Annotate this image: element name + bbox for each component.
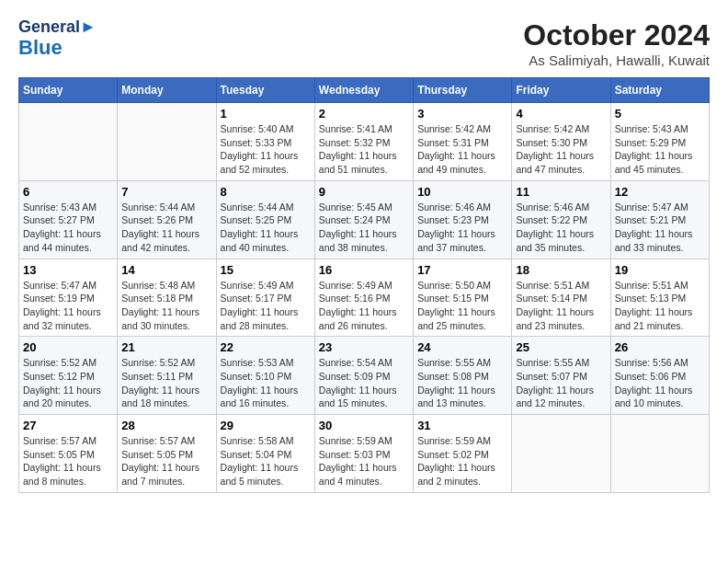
day-info: Sunrise: 5:49 AM Sunset: 5:17 PM Dayligh… — [221, 279, 311, 333]
calendar-cell: 6 Sunrise: 5:43 AM Sunset: 5:27 PM Dayli… — [19, 180, 118, 259]
calendar-header-row: SundayMondayTuesdayWednesdayThursdayFrid… — [19, 78, 710, 103]
day-info: Sunrise: 5:47 AM Sunset: 5:19 PM Dayligh… — [23, 279, 113, 333]
day-number: 14 — [121, 263, 211, 277]
calendar-cell: 31 Sunrise: 5:59 AM Sunset: 5:02 PM Dayl… — [414, 415, 512, 493]
calendar-cell: 18 Sunrise: 5:51 AM Sunset: 5:14 PM Dayl… — [512, 259, 610, 337]
day-info: Sunrise: 5:59 AM Sunset: 5:02 PM Dayligh… — [417, 434, 507, 488]
day-number: 31 — [417, 419, 507, 432]
day-info: Sunrise: 5:43 AM Sunset: 5:27 PM Dayligh… — [23, 201, 113, 255]
calendar-cell: 21 Sunrise: 5:52 AM Sunset: 5:11 PM Dayl… — [118, 337, 216, 415]
calendar-cell: 7 Sunrise: 5:44 AM Sunset: 5:26 PM Dayli… — [118, 180, 216, 259]
day-number: 8 — [221, 185, 311, 199]
calendar-week-row: 1 Sunrise: 5:40 AM Sunset: 5:33 PM Dayli… — [19, 103, 710, 181]
logo: General► Blue — [18, 18, 97, 59]
calendar-cell: 16 Sunrise: 5:49 AM Sunset: 5:16 PM Dayl… — [314, 259, 413, 337]
day-number: 17 — [417, 263, 507, 277]
day-number: 6 — [23, 185, 113, 199]
day-info: Sunrise: 5:44 AM Sunset: 5:25 PM Dayligh… — [221, 201, 311, 255]
calendar-cell: 25 Sunrise: 5:55 AM Sunset: 5:07 PM Dayl… — [512, 337, 610, 415]
weekday-header: Monday — [118, 78, 216, 103]
weekday-header: Saturday — [610, 78, 709, 103]
day-number: 12 — [615, 185, 705, 199]
day-number: 28 — [121, 419, 211, 432]
day-number: 15 — [221, 263, 311, 277]
calendar-week-row: 13 Sunrise: 5:47 AM Sunset: 5:19 PM Dayl… — [19, 259, 710, 337]
day-info: Sunrise: 5:46 AM Sunset: 5:22 PM Dayligh… — [516, 201, 606, 255]
weekday-header: Tuesday — [216, 78, 314, 103]
calendar-cell: 15 Sunrise: 5:49 AM Sunset: 5:17 PM Dayl… — [216, 259, 314, 337]
day-number: 2 — [319, 107, 409, 121]
day-info: Sunrise: 5:55 AM Sunset: 5:08 PM Dayligh… — [417, 356, 507, 410]
day-number: 30 — [319, 419, 409, 432]
day-number: 13 — [23, 263, 113, 277]
day-number: 16 — [319, 263, 409, 277]
day-number: 27 — [23, 419, 113, 432]
location: As Salimiyah, Hawalli, Kuwait — [523, 52, 710, 68]
day-number: 24 — [417, 340, 507, 354]
calendar-cell: 12 Sunrise: 5:47 AM Sunset: 5:21 PM Dayl… — [610, 180, 709, 259]
day-number: 22 — [221, 340, 311, 354]
day-info: Sunrise: 5:48 AM Sunset: 5:18 PM Dayligh… — [121, 279, 211, 333]
calendar-week-row: 6 Sunrise: 5:43 AM Sunset: 5:27 PM Dayli… — [19, 180, 710, 259]
calendar-cell: 24 Sunrise: 5:55 AM Sunset: 5:08 PM Dayl… — [414, 337, 512, 415]
calendar-cell: 23 Sunrise: 5:54 AM Sunset: 5:09 PM Dayl… — [314, 337, 413, 415]
calendar-cell: 28 Sunrise: 5:57 AM Sunset: 5:05 PM Dayl… — [118, 415, 216, 493]
day-number: 11 — [516, 185, 606, 199]
day-number: 1 — [221, 107, 311, 121]
day-number: 18 — [516, 263, 606, 277]
calendar-cell — [512, 415, 610, 493]
day-number: 5 — [615, 107, 705, 121]
day-info: Sunrise: 5:47 AM Sunset: 5:21 PM Dayligh… — [615, 201, 705, 255]
weekday-header: Wednesday — [314, 78, 413, 103]
day-number: 20 — [23, 340, 113, 354]
calendar-cell: 2 Sunrise: 5:41 AM Sunset: 5:32 PM Dayli… — [314, 103, 413, 181]
logo-general: General► — [18, 18, 97, 37]
day-info: Sunrise: 5:40 AM Sunset: 5:33 PM Dayligh… — [221, 122, 311, 177]
day-info: Sunrise: 5:51 AM Sunset: 5:13 PM Dayligh… — [615, 279, 705, 333]
day-info: Sunrise: 5:50 AM Sunset: 5:15 PM Dayligh… — [417, 279, 507, 333]
day-info: Sunrise: 5:45 AM Sunset: 5:24 PM Dayligh… — [319, 201, 409, 255]
calendar-cell: 17 Sunrise: 5:50 AM Sunset: 5:15 PM Dayl… — [414, 259, 512, 337]
day-info: Sunrise: 5:41 AM Sunset: 5:32 PM Dayligh… — [319, 122, 409, 177]
calendar-cell: 11 Sunrise: 5:46 AM Sunset: 5:22 PM Dayl… — [512, 180, 610, 259]
logo-blue: Blue — [18, 37, 97, 59]
calendar-table: SundayMondayTuesdayWednesdayThursdayFrid… — [18, 77, 710, 493]
page-header: General► Blue October 2024 As Salimiyah,… — [18, 18, 710, 68]
calendar-cell: 29 Sunrise: 5:58 AM Sunset: 5:04 PM Dayl… — [216, 415, 314, 493]
day-number: 3 — [417, 107, 507, 121]
month-title: October 2024 — [523, 18, 710, 52]
day-number: 9 — [319, 185, 409, 199]
day-number: 25 — [516, 340, 606, 354]
calendar-cell: 13 Sunrise: 5:47 AM Sunset: 5:19 PM Dayl… — [19, 259, 118, 337]
calendar-week-row: 27 Sunrise: 5:57 AM Sunset: 5:05 PM Dayl… — [19, 415, 710, 493]
day-number: 19 — [615, 263, 705, 277]
day-number: 21 — [121, 340, 211, 354]
calendar-week-row: 20 Sunrise: 5:52 AM Sunset: 5:12 PM Dayl… — [19, 337, 710, 415]
calendar-cell — [610, 415, 709, 493]
day-info: Sunrise: 5:56 AM Sunset: 5:06 PM Dayligh… — [615, 356, 705, 410]
calendar-cell: 27 Sunrise: 5:57 AM Sunset: 5:05 PM Dayl… — [19, 415, 118, 493]
calendar-cell: 1 Sunrise: 5:40 AM Sunset: 5:33 PM Dayli… — [216, 103, 314, 181]
day-number: 4 — [516, 107, 606, 121]
day-info: Sunrise: 5:52 AM Sunset: 5:12 PM Dayligh… — [23, 356, 113, 410]
calendar-cell: 26 Sunrise: 5:56 AM Sunset: 5:06 PM Dayl… — [610, 337, 709, 415]
day-number: 7 — [121, 185, 211, 199]
calendar-cell: 3 Sunrise: 5:42 AM Sunset: 5:31 PM Dayli… — [414, 103, 512, 181]
day-info: Sunrise: 5:51 AM Sunset: 5:14 PM Dayligh… — [516, 279, 606, 333]
day-number: 23 — [319, 340, 409, 354]
day-info: Sunrise: 5:44 AM Sunset: 5:26 PM Dayligh… — [121, 201, 211, 255]
day-info: Sunrise: 5:54 AM Sunset: 5:09 PM Dayligh… — [319, 356, 409, 410]
weekday-header: Friday — [512, 78, 610, 103]
day-number: 29 — [221, 419, 311, 432]
calendar-cell: 10 Sunrise: 5:46 AM Sunset: 5:23 PM Dayl… — [414, 180, 512, 259]
logo-triangle-icon: ► — [80, 17, 97, 36]
day-info: Sunrise: 5:42 AM Sunset: 5:30 PM Dayligh… — [516, 122, 606, 177]
calendar-cell: 20 Sunrise: 5:52 AM Sunset: 5:12 PM Dayl… — [19, 337, 118, 415]
day-info: Sunrise: 5:43 AM Sunset: 5:29 PM Dayligh… — [615, 122, 705, 177]
calendar-cell: 19 Sunrise: 5:51 AM Sunset: 5:13 PM Dayl… — [610, 259, 709, 337]
day-info: Sunrise: 5:46 AM Sunset: 5:23 PM Dayligh… — [417, 201, 507, 255]
day-info: Sunrise: 5:57 AM Sunset: 5:05 PM Dayligh… — [23, 434, 113, 488]
day-info: Sunrise: 5:58 AM Sunset: 5:04 PM Dayligh… — [221, 434, 311, 488]
calendar-cell: 4 Sunrise: 5:42 AM Sunset: 5:30 PM Dayli… — [512, 103, 610, 181]
day-info: Sunrise: 5:42 AM Sunset: 5:31 PM Dayligh… — [417, 122, 507, 177]
